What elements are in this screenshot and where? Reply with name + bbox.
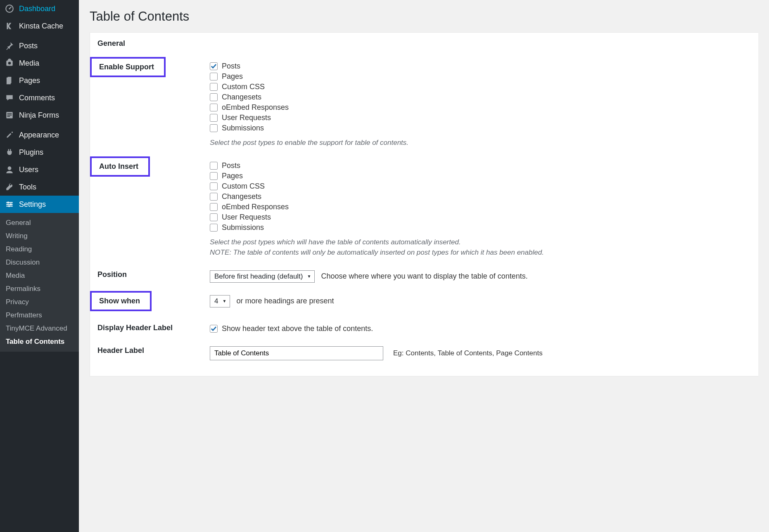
- svg-rect-5: [7, 115, 12, 116]
- sidebar-item-media[interactable]: Media: [0, 54, 79, 72]
- svg-rect-9: [6, 204, 12, 205]
- sidebar-item-posts[interactable]: Posts: [0, 37, 79, 54]
- desc-auto-insert: Select the post types which will have th…: [210, 237, 754, 258]
- main-content: Table of Contents General Enable Support…: [79, 0, 769, 532]
- enable-support-option-label: Posts: [222, 62, 240, 71]
- enable-support-option-label: oEmbed Responses: [222, 103, 289, 112]
- sidebar-item-pages[interactable]: Pages: [0, 72, 79, 89]
- sidebar-item-label: Dashboard: [19, 5, 55, 13]
- enable-support-checkbox-custom-css[interactable]: [210, 83, 218, 91]
- sidebar-item-label: Comments: [19, 94, 55, 102]
- submenu-item-tinymce-advanced[interactable]: TinyMCE Advanced: [0, 322, 79, 335]
- svg-point-1: [9, 8, 10, 9]
- settings-panel: General Enable Support PostsPagesCustom …: [90, 32, 758, 376]
- auto-insert-option-label: Submissions: [222, 223, 264, 232]
- auto-insert-checkbox-oembed-responses[interactable]: [210, 203, 218, 211]
- sidebar-item-label: Posts: [19, 42, 38, 50]
- auto-insert-checkbox-posts[interactable]: [210, 162, 218, 170]
- enable-support-checkbox-posts[interactable]: [210, 62, 218, 70]
- enable-support-checkbox-oembed-responses[interactable]: [210, 104, 218, 111]
- header-label-input[interactable]: [210, 346, 383, 360]
- sidebar-item-tools[interactable]: Tools: [0, 178, 79, 196]
- kinsta-icon: [5, 21, 14, 31]
- enable-support-checkbox-changesets[interactable]: [210, 93, 218, 101]
- sidebar-item-appearance[interactable]: Appearance: [0, 126, 79, 144]
- header-label-example: Eg: Contents, Table of Contents, Page Co…: [383, 349, 543, 357]
- svg-point-7: [8, 166, 12, 170]
- dashboard-icon: [5, 4, 14, 13]
- svg-rect-4: [7, 113, 12, 114]
- page-title: Table of Contents: [90, 9, 758, 24]
- sidebar-item-label: Users: [19, 166, 38, 174]
- enable-support-option-label: Pages: [222, 72, 243, 81]
- submenu-item-discussion[interactable]: Discussion: [0, 256, 79, 269]
- svg-rect-11: [8, 201, 9, 203]
- auto-insert-option-label: User Requests: [222, 213, 271, 222]
- sidebar-item-label: Settings: [19, 200, 46, 209]
- chevron-down-icon: ▼: [307, 274, 311, 279]
- sidebar-item-kinsta-cache[interactable]: Kinsta Cache: [0, 17, 79, 35]
- submenu-item-general[interactable]: General: [0, 216, 79, 229]
- svg-rect-8: [6, 202, 12, 203]
- admin-sidebar: DashboardKinsta CachePostsMediaPagesComm…: [0, 0, 79, 532]
- auto-insert-checkbox-pages[interactable]: [210, 172, 218, 180]
- svg-rect-12: [10, 203, 11, 205]
- submenu-item-privacy[interactable]: Privacy: [0, 296, 79, 309]
- sidebar-item-label: Plugins: [19, 148, 43, 157]
- media-icon: [5, 59, 14, 68]
- display-header-text: Show header text above the table of cont…: [222, 324, 373, 333]
- auto-insert-option-label: Custom CSS: [222, 182, 265, 191]
- row-label-show-when: Show when: [90, 291, 152, 311]
- enable-support-checkbox-user-requests[interactable]: [210, 114, 218, 122]
- appearance-icon: [5, 130, 14, 140]
- submenu-item-media[interactable]: Media: [0, 269, 79, 282]
- sidebar-item-users[interactable]: Users: [0, 161, 79, 178]
- sidebar-item-comments[interactable]: Comments: [0, 89, 79, 106]
- sidebar-item-label: Tools: [19, 183, 36, 192]
- position-suffix: Choose where where you want to display t…: [317, 272, 527, 280]
- auto-insert-checkbox-user-requests[interactable]: [210, 213, 218, 221]
- tools-icon: [5, 182, 14, 192]
- sidebar-item-settings[interactable]: Settings: [0, 196, 79, 213]
- submenu-item-writing[interactable]: Writing: [0, 229, 79, 243]
- submenu-item-perfmatters[interactable]: Perfmatters: [0, 309, 79, 322]
- display-header-checkbox[interactable]: [210, 325, 218, 333]
- auto-insert-checkbox-changesets[interactable]: [210, 193, 218, 201]
- sidebar-item-dashboard[interactable]: Dashboard: [0, 0, 79, 17]
- plugins-icon: [5, 148, 14, 157]
- auto-insert-option-label: Posts: [222, 161, 240, 170]
- auto-insert-option-label: oEmbed Responses: [222, 203, 289, 211]
- sidebar-item-label: Pages: [19, 76, 40, 85]
- submenu-item-reading[interactable]: Reading: [0, 243, 79, 256]
- sidebar-item-plugins[interactable]: Plugins: [0, 144, 79, 161]
- section-heading-general: General: [90, 33, 758, 52]
- svg-rect-6: [7, 116, 10, 117]
- auto-insert-checkbox-custom-css[interactable]: [210, 182, 218, 190]
- pages-icon: [5, 76, 14, 85]
- svg-point-2: [8, 62, 11, 65]
- comments-icon: [5, 93, 14, 102]
- row-label-auto-insert: Auto Insert: [90, 156, 150, 177]
- enable-support-option-label: Custom CSS: [222, 83, 265, 91]
- submenu-item-permalinks[interactable]: Permalinks: [0, 282, 79, 296]
- auto-insert-option-label: Pages: [222, 172, 243, 180]
- enable-support-checkbox-pages[interactable]: [210, 73, 218, 80]
- svg-rect-13: [9, 205, 9, 207]
- enable-support-option-label: Submissions: [222, 124, 264, 132]
- row-label-header-label: Header Label: [97, 346, 144, 355]
- sidebar-item-label: Ninja Forms: [19, 111, 59, 120]
- show-when-select-value: 4: [214, 297, 218, 305]
- sidebar-item-ninja-forms[interactable]: Ninja Forms: [0, 106, 79, 124]
- chevron-down-icon: ▼: [222, 299, 226, 303]
- row-label-enable-support: Enable Support: [90, 57, 166, 77]
- users-icon: [5, 165, 14, 174]
- settings-icon: [5, 200, 14, 209]
- position-select[interactable]: Before first heading (default) ▼: [210, 270, 315, 283]
- sidebar-item-label: Media: [19, 59, 39, 68]
- auto-insert-checkbox-submissions[interactable]: [210, 224, 218, 232]
- enable-support-checkbox-submissions[interactable]: [210, 124, 218, 132]
- show-when-select[interactable]: 4 ▼: [210, 295, 230, 307]
- submenu-item-table-of-contents[interactable]: Table of Contents: [0, 335, 79, 348]
- settings-submenu: GeneralWritingReadingDiscussionMediaPerm…: [0, 213, 79, 352]
- desc-enable-support: Select the post types to enable the supp…: [210, 137, 754, 148]
